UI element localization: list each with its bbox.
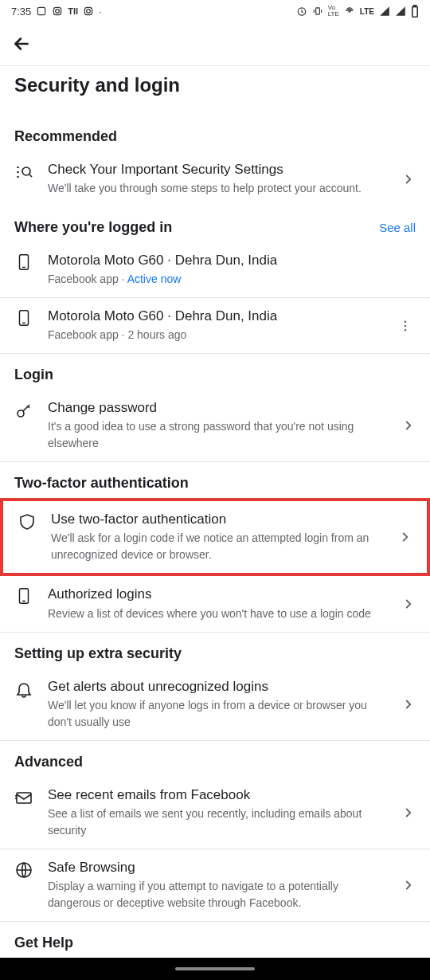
svg-point-4 [87,10,91,14]
item-use-two-factor[interactable]: Use two-factor authentication We'll ask … [3,501,427,573]
item-title: See recent emails from Facebook [48,786,387,804]
hotspot-icon [344,6,355,17]
status-time: 7:35 [11,6,31,18]
item-recent-emails[interactable]: See recent emails from Facebook See a li… [0,777,430,849]
svg-rect-9 [413,6,416,7]
section-login: Login [0,354,430,390]
section-get-help: Get Help [0,922,430,958]
item-sub: We'll take you through some steps to hel… [48,180,387,197]
item-check-security[interactable]: Check Your Important Security Settings W… [0,151,430,206]
status-bar: 7:35 TII · VoLTE LTE [0,0,430,22]
chevron-right-icon [398,530,412,544]
item-title: Use two-factor authentication [51,511,384,528]
item-safe-browsing[interactable]: Safe Browsing Display a warning if you a… [0,849,430,921]
item-authorized-logins[interactable]: Authorized logins Review a list of devic… [0,576,430,631]
svg-point-13 [405,320,407,323]
item-sub: Display a warning if you attempt to navi… [48,878,387,911]
svg-rect-18 [17,793,31,803]
item-title: Get alerts about unrecognized logins [48,678,387,696]
item-sub: Review a list of devices where you won't… [48,606,387,622]
status-icon-ig1 [52,6,63,17]
item-title: Safe Browsing [48,859,387,876]
phone-icon [14,253,33,271]
device-title: Motorola Moto G60 · Dehra Dun, India [48,308,381,325]
item-change-password[interactable]: Change password It's a good idea to use … [0,390,430,461]
key-icon [14,401,33,420]
active-now-label: Active now [127,272,182,285]
bell-icon [14,680,33,699]
item-title: Authorized logins [48,586,387,603]
nav-handle[interactable] [175,967,255,970]
svg-rect-3 [84,7,92,14]
more-menu-button[interactable] [395,316,416,336]
app-header [0,22,430,65]
item-get-alerts[interactable]: Get alerts about unrecognized logins We'… [0,668,430,740]
section-where: Where you're logged in [14,219,172,236]
highlighted-item: Use two-factor authentication We'll ask … [0,498,430,576]
status-dot: · [99,6,102,18]
chevron-right-icon [401,418,416,433]
vibrate-icon [312,6,323,17]
shield-icon [18,512,37,531]
mail-icon [14,788,33,807]
svg-point-16 [18,410,24,417]
status-icon-ig2 [83,6,94,17]
phone-icon [14,309,33,327]
item-sub: See a list of emails we sent you recentl… [48,806,387,839]
device-title: Motorola Moto G60 · Dehra Dun, India [48,252,416,269]
status-icon-group [36,6,47,17]
chevron-right-icon [401,878,416,892]
chevron-right-icon [401,597,416,611]
svg-rect-1 [54,7,61,14]
section-recommended: Recommended [0,116,430,151]
device-sub: Facebook app · 2 hours ago [48,327,381,343]
svg-point-14 [405,324,407,327]
item-device-1[interactable]: Motorola Moto G60 · Dehra Dun, India Fac… [0,297,430,353]
page-title: Security and login [0,66,430,116]
battery-icon [411,5,419,18]
back-button[interactable] [11,33,32,54]
item-device-0[interactable]: Motorola Moto G60 · Dehra Dun, India Fac… [0,242,430,297]
lte-label: LTE [360,7,374,16]
android-nav-bar [0,958,430,980]
signal1-icon [379,6,390,17]
section-extra-security: Setting up extra security [0,633,430,668]
item-sub: It's a good idea to use a strong passwor… [48,418,387,452]
item-title: Check Your Important Security Settings [48,161,387,178]
svg-point-7 [349,10,350,12]
svg-point-2 [56,10,60,14]
signal2-icon [395,6,406,17]
volte-icon: VoLTE [328,5,339,18]
checklist-icon [14,163,33,182]
svg-point-15 [405,329,407,331]
section-advanced: Advanced [0,741,430,777]
svg-rect-8 [412,6,417,17]
chevron-right-icon [401,697,416,711]
svg-rect-0 [38,7,45,14]
item-sub: We'll let you know if anyone logs in fro… [48,697,387,731]
section-two-factor: Two-factor authentication [0,462,430,498]
item-title: Change password [48,399,387,417]
chevron-right-icon [401,172,416,186]
device-sub: Facebook app · Active now [48,271,416,288]
phone-icon [14,587,33,605]
alarm-icon [296,6,307,17]
item-sub: We'll ask for a login code if we notice … [51,530,384,563]
status-icon-t: TII [68,6,78,16]
see-all-link[interactable]: See all [379,221,416,234]
globe-icon [14,860,33,880]
svg-point-10 [22,167,30,175]
svg-rect-6 [315,8,319,14]
chevron-right-icon [401,806,416,820]
